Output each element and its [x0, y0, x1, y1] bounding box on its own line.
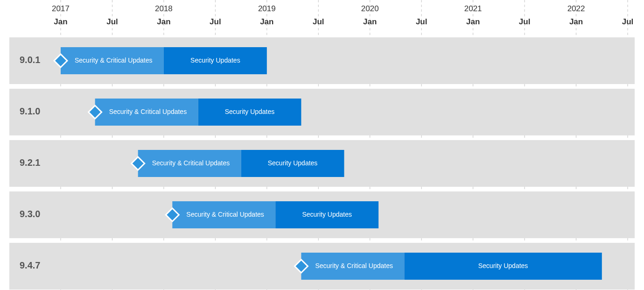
version-label: 9.2.1 [20, 157, 40, 168]
lifecycle-gantt-chart: 2017JanJul2018JanJul2019JanJul2020JanJul… [0, 0, 644, 290]
version-row: 9.1.0Security & Critical UpdatesSecurity… [9, 89, 635, 135]
axis-month-label: Jan [569, 17, 583, 26]
axis-year-label: 2018 [155, 4, 173, 13]
bar-security-critical-label: Security & Critical Updates [109, 108, 187, 115]
time-axis: 2017JanJul2018JanJul2019JanJul2020JanJul… [52, 4, 633, 26]
bar-security-label: Security Updates [190, 57, 240, 64]
axis-month-label: Jan [260, 17, 273, 26]
bar-security-critical-label: Security & Critical Updates [186, 211, 264, 218]
bar-security-critical-label: Security & Critical Updates [315, 262, 393, 269]
version-row: 9.2.1Security & Critical UpdatesSecurity… [9, 140, 635, 187]
axis-month-label: Jul [210, 17, 221, 26]
version-label: 9.3.0 [20, 209, 40, 219]
bar-security-label: Security Updates [302, 211, 352, 218]
axis-month-label: Jul [622, 17, 634, 26]
axis-year-label: 2022 [567, 4, 585, 13]
bar-security-critical-label: Security & Critical Updates [75, 57, 153, 64]
version-row: 9.3.0Security & Critical UpdatesSecurity… [9, 191, 635, 238]
version-label: 9.0.1 [20, 55, 40, 65]
bar-security-label: Security Updates [225, 108, 275, 115]
axis-month-label: Jul [519, 17, 531, 26]
axis-month-label: Jan [466, 17, 480, 26]
bar-security-label: Security Updates [268, 159, 318, 167]
axis-month-label: Jan [54, 17, 67, 26]
version-row: 9.0.1Security & Critical UpdatesSecurity… [9, 37, 635, 84]
gantt-plot: 2017JanJul2018JanJul2019JanJul2020JanJul… [9, 0, 635, 290]
bar-security-critical-label: Security & Critical Updates [152, 159, 230, 167]
axis-month-label: Jan [157, 17, 170, 26]
axis-year-label: 2020 [361, 4, 379, 13]
axis-year-label: 2021 [464, 4, 482, 13]
version-row: 9.4.7Security & Critical UpdatesSecurity… [9, 243, 635, 290]
bar-security-label: Security Updates [478, 262, 528, 269]
axis-year-label: 2019 [258, 4, 276, 13]
axis-month-label: Jul [106, 17, 118, 26]
version-label: 9.4.7 [20, 260, 40, 270]
axis-month-label: Jan [363, 17, 377, 26]
axis-month-label: Jul [313, 17, 324, 26]
version-label: 9.1.0 [20, 106, 40, 116]
axis-year-label: 2017 [52, 4, 70, 13]
axis-month-label: Jul [416, 17, 427, 26]
